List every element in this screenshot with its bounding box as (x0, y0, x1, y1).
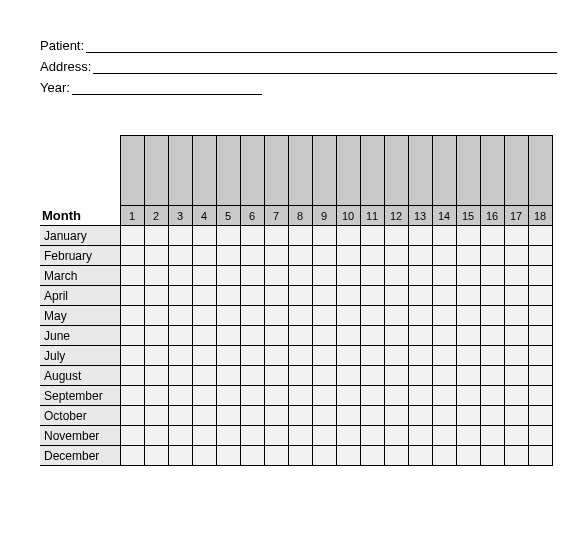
day-cell[interactable] (384, 366, 408, 386)
day-cell[interactable] (144, 306, 168, 326)
day-cell[interactable] (528, 326, 552, 346)
day-cell[interactable] (168, 346, 192, 366)
day-cell[interactable] (504, 266, 528, 286)
day-cell[interactable] (192, 446, 216, 466)
day-cell[interactable] (144, 386, 168, 406)
day-cell[interactable] (432, 366, 456, 386)
day-cell[interactable] (120, 386, 144, 406)
day-cell[interactable] (432, 306, 456, 326)
day-cell[interactable] (360, 446, 384, 466)
day-cell[interactable] (384, 286, 408, 306)
day-cell[interactable] (504, 406, 528, 426)
day-cell[interactable] (144, 446, 168, 466)
day-cell[interactable] (384, 426, 408, 446)
day-cell[interactable] (192, 406, 216, 426)
day-cell[interactable] (264, 326, 288, 346)
day-cell[interactable] (504, 226, 528, 246)
day-cell[interactable] (288, 306, 312, 326)
day-cell[interactable] (168, 246, 192, 266)
day-cell[interactable] (288, 446, 312, 466)
day-cell[interactable] (168, 326, 192, 346)
day-cell[interactable] (384, 266, 408, 286)
day-cell[interactable] (408, 386, 432, 406)
day-cell[interactable] (360, 306, 384, 326)
day-cell[interactable] (312, 266, 336, 286)
day-cell[interactable] (480, 446, 504, 466)
day-cell[interactable] (336, 306, 360, 326)
day-cell[interactable] (336, 226, 360, 246)
day-cell[interactable] (408, 446, 432, 466)
day-cell[interactable] (528, 426, 552, 446)
day-cell[interactable] (192, 286, 216, 306)
day-cell[interactable] (528, 266, 552, 286)
day-cell[interactable] (144, 246, 168, 266)
day-cell[interactable] (120, 326, 144, 346)
day-cell[interactable] (504, 366, 528, 386)
day-cell[interactable] (192, 366, 216, 386)
day-cell[interactable] (384, 306, 408, 326)
day-cell[interactable] (384, 446, 408, 466)
day-cell[interactable] (264, 266, 288, 286)
day-cell[interactable] (408, 346, 432, 366)
day-cell[interactable] (264, 346, 288, 366)
day-cell[interactable] (312, 446, 336, 466)
day-cell[interactable] (168, 446, 192, 466)
day-cell[interactable] (168, 386, 192, 406)
day-cell[interactable] (360, 406, 384, 426)
day-cell[interactable] (432, 326, 456, 346)
day-cell[interactable] (216, 226, 240, 246)
day-cell[interactable] (312, 346, 336, 366)
day-cell[interactable] (384, 406, 408, 426)
day-cell[interactable] (216, 326, 240, 346)
day-cell[interactable] (432, 246, 456, 266)
day-cell[interactable] (120, 246, 144, 266)
day-cell[interactable] (288, 406, 312, 426)
day-cell[interactable] (312, 426, 336, 446)
day-cell[interactable] (480, 346, 504, 366)
day-cell[interactable] (240, 286, 264, 306)
day-cell[interactable] (288, 386, 312, 406)
day-cell[interactable] (432, 386, 456, 406)
day-cell[interactable] (480, 266, 504, 286)
day-cell[interactable] (288, 426, 312, 446)
day-cell[interactable] (192, 326, 216, 346)
day-cell[interactable] (384, 226, 408, 246)
day-cell[interactable] (216, 266, 240, 286)
day-cell[interactable] (408, 266, 432, 286)
day-cell[interactable] (528, 406, 552, 426)
day-cell[interactable] (144, 406, 168, 426)
day-cell[interactable] (216, 286, 240, 306)
day-cell[interactable] (480, 246, 504, 266)
day-cell[interactable] (480, 406, 504, 426)
day-cell[interactable] (504, 346, 528, 366)
day-cell[interactable] (480, 386, 504, 406)
day-cell[interactable] (456, 266, 480, 286)
day-cell[interactable] (336, 426, 360, 446)
day-cell[interactable] (528, 286, 552, 306)
day-cell[interactable] (384, 346, 408, 366)
day-cell[interactable] (120, 346, 144, 366)
day-cell[interactable] (528, 386, 552, 406)
day-cell[interactable] (528, 346, 552, 366)
day-cell[interactable] (528, 226, 552, 246)
day-cell[interactable] (336, 346, 360, 366)
day-cell[interactable] (480, 286, 504, 306)
day-cell[interactable] (240, 426, 264, 446)
day-cell[interactable] (408, 286, 432, 306)
day-cell[interactable] (456, 426, 480, 446)
day-cell[interactable] (288, 246, 312, 266)
day-cell[interactable] (432, 426, 456, 446)
day-cell[interactable] (120, 446, 144, 466)
day-cell[interactable] (192, 266, 216, 286)
day-cell[interactable] (504, 386, 528, 406)
day-cell[interactable] (528, 246, 552, 266)
day-cell[interactable] (432, 446, 456, 466)
day-cell[interactable] (240, 306, 264, 326)
day-cell[interactable] (456, 246, 480, 266)
day-cell[interactable] (288, 266, 312, 286)
day-cell[interactable] (240, 406, 264, 426)
day-cell[interactable] (504, 426, 528, 446)
day-cell[interactable] (432, 286, 456, 306)
day-cell[interactable] (360, 346, 384, 366)
day-cell[interactable] (432, 406, 456, 426)
